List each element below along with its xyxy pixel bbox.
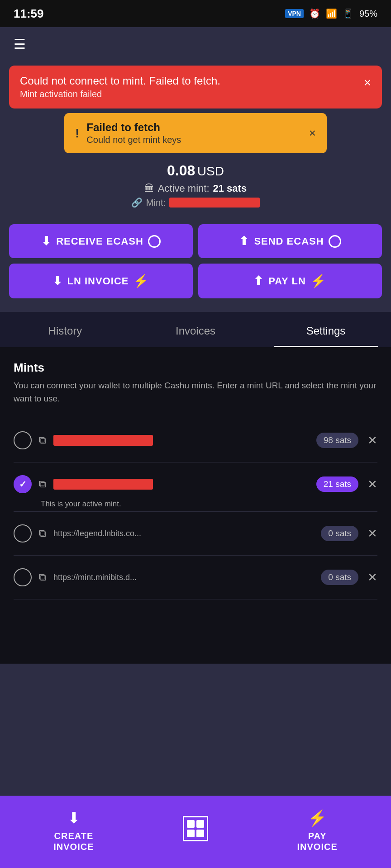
mint-url-redacted-1	[53, 435, 153, 446]
mint-sats-badge-4: 0 sats	[321, 570, 358, 585]
mint-url-3: https://legend.lnbits.co...	[53, 528, 314, 538]
mint-sats-badge-3: 0 sats	[321, 526, 358, 541]
warning-toast-content: Failed to fetch Could not get mint keys	[86, 121, 303, 145]
error-toast-content: Could not connect to mint. Failed to fet…	[20, 75, 357, 99]
tab-invoices[interactable]: Invoices	[130, 312, 261, 347]
warning-toast-yellow: ! Failed to fetch Could not get mint key…	[64, 113, 327, 153]
ln-invoice-label: LN INVOICE	[67, 275, 129, 287]
balance-amount: 0.08	[167, 162, 195, 179]
battery-indicator: 95%	[359, 9, 377, 19]
warning-toast-subtitle: Could not get mint keys	[86, 135, 303, 145]
action-buttons: ⬇ RECEIVE ECASH ⬆ SEND ECASH ⬇ LN INVOIC…	[0, 215, 391, 307]
warning-toast-title: Failed to fetch	[86, 121, 303, 134]
mint-item-1: ⧉ 98 sats ✕	[14, 419, 377, 462]
copy-icon-3[interactable]: ⧉	[39, 528, 46, 539]
error-toast-red: Could not connect to mint. Failed to fet…	[9, 66, 382, 108]
upload-icon-2: ⬆	[253, 274, 264, 288]
tabs-container: History Invoices Settings Mints You can …	[0, 312, 391, 664]
warning-toast-close[interactable]: ×	[309, 126, 316, 140]
mint-sats-badge-1: 98 sats	[316, 433, 358, 448]
mint-remove-4[interactable]: ✕	[367, 571, 377, 585]
create-invoice-icon: ⬇	[67, 809, 80, 827]
mint-url-visible-4: https://mint.minibits.d...	[53, 573, 137, 582]
mint-radio-1[interactable]	[14, 431, 32, 449]
active-mint-row: 🏛 Active mint: 21 sats	[0, 183, 391, 194]
mint-remove-1[interactable]: ✕	[367, 434, 377, 448]
hamburger-menu[interactable]: ☰	[14, 36, 26, 52]
copy-icon-4[interactable]: ⧉	[39, 571, 46, 583]
wifi-icon: 📶	[326, 8, 337, 19]
mint-radio-4[interactable]	[14, 568, 32, 586]
tab-history[interactable]: History	[0, 312, 130, 347]
ln-invoice-button[interactable]: ⬇ LN INVOICE ⚡	[9, 264, 193, 298]
tab-invoices-label: Invoices	[176, 325, 215, 337]
mint-url-2	[53, 479, 309, 490]
bottom-nav: ⬇ CREATEINVOICE ⚡ PAYINVOICE	[0, 796, 391, 868]
active-mint-sats: 21 sats	[213, 183, 247, 194]
qr-code-icon	[183, 816, 208, 841]
mint-remove-2[interactable]: ✕	[367, 477, 377, 491]
mint-sats-badge-2: 21 sats	[316, 476, 358, 492]
mints-section-title: Mints	[14, 361, 377, 375]
status-time: 11:59	[14, 7, 44, 21]
mint-remove-3[interactable]: ✕	[367, 527, 377, 541]
mint-list: ⧉ 98 sats ✕ ⧉ 21 sats ✕ This is	[14, 419, 377, 599]
warning-icon: !	[75, 126, 79, 141]
send-ecash-label: SEND ECASH	[254, 236, 324, 247]
lightning-icon: ⚡	[133, 274, 149, 288]
pay-invoice-nav[interactable]: ⚡ PAYINVOICE	[297, 809, 338, 852]
error-toast-close[interactable]: ×	[364, 75, 371, 90]
create-invoice-label: CREATEINVOICE	[53, 830, 94, 852]
mint-radio-3[interactable]	[14, 524, 32, 542]
tabs-header: History Invoices Settings	[0, 312, 391, 347]
status-bar: 11:59 VPN ⏰ 📶 📱 95%	[0, 0, 391, 27]
mint-item-4: ⧉ https://mint.minibits.d... 0 sats ✕	[14, 556, 377, 599]
status-icons: VPN ⏰ 📶 📱 95%	[285, 8, 377, 19]
receive-ecash-button[interactable]: ⬇ RECEIVE ECASH	[9, 224, 193, 258]
create-invoice-nav[interactable]: ⬇ CREATEINVOICE	[53, 809, 94, 852]
cashu-circle-icon	[148, 235, 161, 248]
download-icon: ⬇	[41, 234, 52, 248]
balance-area: 0.08 USD 🏛 Active mint: 21 sats 🔗 Mint:	[0, 153, 391, 215]
error-toast-title: Could not connect to mint. Failed to fet…	[20, 75, 357, 87]
send-ecash-button[interactable]: ⬆ SEND ECASH	[198, 224, 382, 258]
lightning-icon-2: ⚡	[310, 274, 327, 288]
tab-settings-label: Settings	[306, 325, 346, 337]
mints-section-desc: You can connect your wallet to multiple …	[14, 379, 377, 405]
settings-content: Mints You can connect your wallet to mul…	[0, 347, 391, 664]
active-mint-label-text: This is your active mint.	[41, 500, 121, 509]
tab-settings[interactable]: Settings	[261, 312, 391, 347]
mint-url-visible-3: https://legend.lnbits.co...	[53, 529, 141, 538]
app-container: ☰ Could not connect to mint. Failed to f…	[0, 27, 391, 868]
mint-item-2: ⧉ 21 sats ✕ This is your active mint.	[14, 462, 377, 512]
mint-url-1	[53, 435, 309, 446]
mint-item-3: ⧉ https://legend.lnbits.co... 0 sats ✕	[14, 512, 377, 556]
pay-invoice-label: PAYINVOICE	[297, 830, 338, 852]
mint-url-redacted-2	[53, 479, 153, 490]
alarm-icon: ⏰	[309, 8, 320, 19]
balance-display: 0.08 USD	[0, 162, 391, 179]
tab-history-label: History	[48, 325, 82, 337]
pay-ln-label: PAY LN	[268, 275, 306, 287]
upload-icon: ⬆	[239, 234, 249, 248]
cashu-circle-icon-2	[329, 235, 341, 248]
link-icon: 🔗	[131, 197, 143, 208]
mint-url-4: https://mint.minibits.d...	[53, 572, 314, 582]
bank-icon: 🏛	[144, 183, 154, 194]
pay-invoice-icon: ⚡	[308, 809, 327, 827]
mint-label: Mint:	[146, 198, 166, 208]
scan-qr-nav[interactable]	[183, 816, 208, 845]
app-header: ☰	[0, 27, 391, 61]
balance-currency: USD	[197, 164, 224, 178]
signal-icon: 📱	[343, 8, 354, 19]
error-toast-subtitle: Mint activation failed	[20, 89, 357, 99]
copy-icon-1[interactable]: ⧉	[39, 434, 46, 446]
active-mint-label: Active mint:	[158, 183, 210, 194]
download-icon-2: ⬇	[52, 274, 63, 288]
receive-ecash-label: RECEIVE ECASH	[56, 236, 143, 247]
vpn-badge: VPN	[285, 9, 304, 18]
pay-ln-button[interactable]: ⬆ PAY LN ⚡	[198, 264, 382, 298]
mint-radio-2[interactable]	[14, 475, 32, 493]
copy-icon-2[interactable]: ⧉	[39, 478, 46, 490]
mint-url-row: 🔗 Mint:	[0, 197, 391, 208]
